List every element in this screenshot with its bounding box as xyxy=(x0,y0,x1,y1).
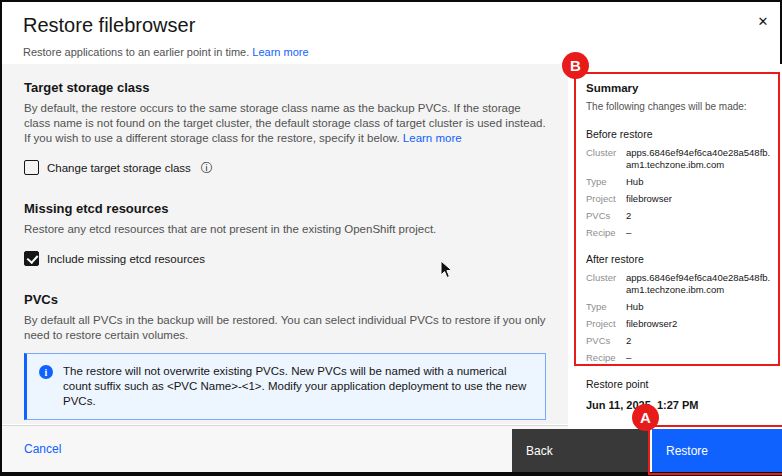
row-value: apps.6846ef94ef6ca40e28a548fb.am1.techzo… xyxy=(626,272,772,296)
row-value: 2 xyxy=(626,335,631,347)
summary-row-recipe: Recipe – xyxy=(586,352,772,364)
after-restore-heading: After restore xyxy=(586,253,772,265)
row-label: Recipe xyxy=(586,227,626,239)
target-storage-class-heading: Target storage class xyxy=(24,80,546,95)
summary-row-cluster: Cluster apps.6846ef94ef6ca40e28a548fb.am… xyxy=(586,272,772,296)
summary-row-recipe: Recipe – xyxy=(586,227,772,239)
change-target-storage-class-checkbox[interactable] xyxy=(24,160,39,175)
row-value: filebrowser2 xyxy=(626,318,677,330)
cancel-link[interactable]: Cancel xyxy=(24,442,61,456)
row-value: Hub xyxy=(626,301,643,313)
annotation-badge-a: A xyxy=(632,404,659,431)
page-subtitle: Restore applications to an earlier point… xyxy=(23,46,309,58)
subtitle-text: Restore applications to an earlier point… xyxy=(23,46,249,58)
summary-row-project: Project filebrowser xyxy=(586,193,772,205)
subtitle-learn-more-link[interactable]: Learn more xyxy=(252,46,308,58)
summary-row-type: Type Hub xyxy=(586,301,772,313)
missing-etcd-description: Restore any etcd resources that are not … xyxy=(24,222,546,237)
include-missing-etcd-checkbox[interactable] xyxy=(24,251,39,266)
include-missing-etcd-checkbox-row[interactable]: Include missing etcd resources xyxy=(24,251,546,266)
row-label: Type xyxy=(586,176,626,188)
restore-button[interactable]: Restore xyxy=(652,429,782,472)
modal-header: Restore filebrowser Restore applications… xyxy=(2,2,780,64)
row-label: Recipe xyxy=(586,352,626,364)
pvcs-description: By default all PVCs in the backup will b… xyxy=(24,313,546,343)
row-value: 2 xyxy=(626,210,631,222)
row-value: apps.6846ef94ef6ca40e28a548fb.am1.techzo… xyxy=(626,147,772,171)
storage-learn-more-link[interactable]: Learn more xyxy=(403,132,462,144)
include-missing-etcd-label: Include missing etcd resources xyxy=(47,253,205,265)
close-button[interactable]: ✕ xyxy=(752,10,774,32)
row-value: Hub xyxy=(626,176,643,188)
summary-panel: Summary The following changes will be ma… xyxy=(586,82,772,411)
row-value: filebrowser xyxy=(626,193,672,205)
target-storage-class-text: By default, the restore occurs to the sa… xyxy=(24,102,546,144)
info-icon[interactable]: ⓘ xyxy=(201,162,213,174)
modal-body: Target storage class By default, the res… xyxy=(2,64,568,424)
target-storage-class-description: By default, the restore occurs to the sa… xyxy=(24,101,546,146)
row-label: Cluster xyxy=(586,272,626,296)
row-value: – xyxy=(626,352,631,364)
row-label: Cluster xyxy=(586,147,626,171)
summary-row-pvcs: PVCs 2 xyxy=(586,335,772,347)
row-label: PVCs xyxy=(586,335,626,347)
page-title: Restore filebrowser xyxy=(23,14,195,37)
change-target-storage-class-checkbox-row[interactable]: Change target storage class ⓘ xyxy=(24,160,546,175)
modal-window: Restore filebrowser Restore applications… xyxy=(0,0,782,476)
row-label: Type xyxy=(586,301,626,313)
summary-heading: Summary xyxy=(586,82,772,94)
summary-row-cluster: Cluster apps.6846ef94ef6ca40e28a548fb.am… xyxy=(586,147,772,171)
close-icon: ✕ xyxy=(758,14,769,29)
row-label: Project xyxy=(586,318,626,330)
modal-footer xyxy=(2,425,568,472)
row-value: – xyxy=(626,227,631,239)
notification-info-icon: i xyxy=(39,365,53,379)
info-notification: i The restore will not overwrite existin… xyxy=(24,353,546,420)
missing-etcd-heading: Missing etcd resources xyxy=(24,201,546,216)
row-label: Project xyxy=(586,193,626,205)
summary-row-type: Type Hub xyxy=(586,176,772,188)
summary-row-project: Project filebrowser2 xyxy=(586,318,772,330)
summary-intro: The following changes will be made: xyxy=(586,101,772,112)
pvcs-heading: PVCs xyxy=(24,292,546,307)
row-label: PVCs xyxy=(586,210,626,222)
notification-text: The restore will not overwrite existing … xyxy=(63,364,531,409)
annotation-badge-b: B xyxy=(562,52,589,79)
after-restore-rows: Cluster apps.6846ef94ef6ca40e28a548fb.am… xyxy=(586,272,772,364)
change-target-storage-class-label: Change target storage class xyxy=(47,162,191,174)
restore-point-value: Jun 11, 2025, 1:27 PM xyxy=(586,399,772,411)
before-restore-rows: Cluster apps.6846ef94ef6ca40e28a548fb.am… xyxy=(586,147,772,239)
before-restore-heading: Before restore xyxy=(586,128,772,140)
restore-point-heading: Restore point xyxy=(586,378,772,390)
summary-row-pvcs: PVCs 2 xyxy=(586,210,772,222)
back-button[interactable]: Back xyxy=(512,429,650,472)
